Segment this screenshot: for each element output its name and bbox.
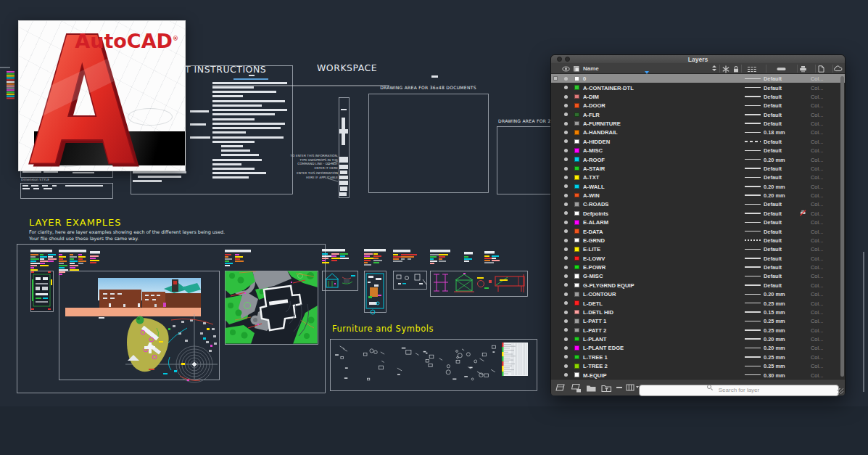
layer-row[interactable]: A-DIM Default Col... — [551, 92, 845, 101]
layer-plot-style[interactable]: Col... — [811, 229, 823, 235]
layer-lineweight[interactable]: Default — [764, 264, 782, 271]
layer-plot-style[interactable]: Col... — [811, 147, 823, 154]
layer-lineweight[interactable]: Default — [764, 120, 782, 127]
search-input[interactable] — [639, 385, 839, 396]
layer-color-swatch[interactable] — [574, 184, 579, 189]
name-column-label[interactable]: Name — [583, 65, 599, 72]
layer-row[interactable]: C-ROADS Default Col... — [551, 200, 845, 208]
layer-visibility-icon[interactable] — [564, 211, 568, 215]
layer-row[interactable]: A-CONTAINER-DTL Default Col... — [551, 83, 845, 91]
layer-plot-style[interactable]: Col... — [811, 210, 823, 217]
layer-lineweight[interactable]: 0.15 mm — [764, 309, 785, 316]
layer-row[interactable]: A-TXT Default Col... — [551, 173, 845, 181]
layer-row[interactable]: A-HANDRAIL 0.18 mm Col... — [551, 128, 845, 136]
layer-lineweight[interactable]: Default — [764, 174, 782, 181]
layer-linetype-sample[interactable] — [745, 177, 761, 179]
layer-plot-style[interactable]: Col... — [811, 354, 823, 361]
layer-lineweight[interactable]: Default — [764, 201, 782, 208]
layer-visibility-icon[interactable] — [564, 167, 568, 171]
layer-linetype-sample[interactable] — [745, 204, 761, 205]
layer-plot-style[interactable]: Col... — [811, 264, 823, 271]
layer-row[interactable]: G-MISC Default Col... — [551, 271, 845, 280]
layer-lineweight[interactable]: Default — [764, 229, 782, 235]
layer-color-swatch[interactable] — [574, 247, 579, 252]
layer-lineweight[interactable]: 0.25 mm — [764, 300, 785, 307]
layer-visibility-icon[interactable] — [564, 176, 568, 179]
layer-linetype-sample[interactable] — [745, 311, 761, 313]
layer-plot-style[interactable]: Col... — [811, 282, 823, 289]
layer-plot-style[interactable]: Col... — [811, 246, 823, 253]
layer-linetype-sample[interactable] — [745, 168, 761, 169]
layer-row[interactable]: E-POWR Default Col... — [551, 263, 845, 271]
layer-color-swatch[interactable] — [574, 283, 579, 288]
freeze-snowflake-icon[interactable] — [722, 65, 729, 73]
layer-row[interactable]: L-PLANT 0.20 mm Col... — [551, 335, 845, 343]
layer-row[interactable]: E-GRND Default Col... — [551, 236, 845, 245]
layer-lineweight[interactable]: Default — [764, 102, 782, 109]
layers-titlebar[interactable]: Layers — [551, 55, 845, 63]
layer-plot-style[interactable]: Col... — [811, 336, 823, 343]
layer-color-swatch[interactable] — [574, 175, 579, 180]
layer-plot-style[interactable]: Col... — [811, 300, 823, 307]
new-group-filter-icon[interactable] — [586, 383, 597, 393]
layer-row[interactable]: Defpoints Default Col... — [551, 209, 845, 218]
layer-plot-style[interactable]: Col... — [811, 345, 823, 351]
layer-color-swatch[interactable] — [574, 319, 579, 324]
sort-toggle-icon[interactable] — [712, 65, 716, 71]
layer-lineweight[interactable]: 0.20 mm — [764, 157, 785, 163]
layer-linetype-sample[interactable] — [745, 141, 761, 142]
layer-linetype-sample[interactable] — [745, 132, 761, 134]
layer-visibility-icon[interactable] — [564, 221, 568, 224]
layer-row[interactable]: L-PATT 2 0.25 mm Col... — [551, 326, 845, 335]
layer-color-swatch[interactable] — [574, 130, 579, 135]
delete-layer-icon[interactable] — [616, 387, 622, 388]
layer-color-swatch[interactable] — [574, 292, 579, 297]
layer-visibility-icon[interactable] — [564, 301, 568, 305]
layer-linetype-sample[interactable] — [745, 186, 761, 187]
layer-lineweight[interactable]: 0.20 mm — [764, 336, 785, 343]
layer-lineweight[interactable]: Default — [764, 139, 782, 145]
layer-row[interactable]: A-WALL 0.20 mm Col... — [551, 182, 845, 191]
layer-plot-style[interactable]: Col... — [811, 165, 823, 172]
layer-plot-style[interactable]: Col... — [811, 291, 823, 298]
layer-visibility-icon[interactable] — [564, 292, 568, 296]
layer-linetype-sample[interactable] — [745, 222, 761, 224]
layer-visibility-icon[interactable] — [564, 346, 568, 350]
layers-toolbar[interactable] — [551, 379, 845, 395]
layer-lineweight[interactable]: Default — [764, 273, 782, 279]
layer-visibility-icon[interactable] — [564, 319, 568, 323]
layer-row[interactable]: A-FURNITURE Default Col... — [551, 119, 845, 128]
layer-color-swatch[interactable] — [574, 85, 579, 90]
layer-color-swatch[interactable] — [574, 103, 579, 108]
layer-lineweight[interactable]: Default — [764, 112, 782, 118]
layer-plot-style[interactable]: Col... — [811, 363, 823, 369]
layer-lineweight[interactable]: Default — [764, 246, 782, 253]
layer-color-swatch[interactable] — [574, 372, 579, 377]
layer-plot-style[interactable]: Col... — [811, 75, 823, 82]
lock-icon[interactable] — [732, 65, 740, 73]
layer-color-swatch[interactable] — [574, 202, 579, 207]
layer-lineweight[interactable]: 0.20 mm — [764, 184, 785, 190]
layer-linetype-sample[interactable] — [745, 231, 761, 232]
layer-color-swatch[interactable] — [574, 337, 579, 342]
layer-row[interactable]: G-PLYGRND EQUIP Default Col... — [551, 281, 845, 290]
layer-lineweight[interactable]: Default — [764, 210, 782, 217]
layer-linetype-sample[interactable] — [745, 321, 761, 322]
layer-visibility-icon[interactable] — [564, 266, 568, 269]
layer-row[interactable]: 0 Default Col... — [551, 74, 845, 83]
layer-linetype-sample[interactable] — [745, 266, 761, 268]
layer-color-swatch[interactable] — [574, 157, 579, 162]
layer-plot-style[interactable]: Col... — [811, 273, 823, 279]
layer-linetype-sample[interactable] — [745, 194, 761, 196]
columns-menu-icon[interactable] — [626, 383, 635, 393]
layer-plot-style[interactable]: Col... — [811, 85, 823, 91]
layer-row[interactable]: E-LOWV Default Col... — [551, 254, 845, 263]
layer-row[interactable]: L-DETL 0.25 mm Col... — [551, 298, 845, 307]
layer-lineweight[interactable]: 0.25 mm — [764, 318, 785, 324]
layer-color-swatch[interactable] — [574, 310, 579, 315]
layer-lineweight[interactable]: 0.25 mm — [764, 354, 785, 361]
layer-color-swatch[interactable] — [574, 328, 579, 333]
layer-visibility-icon[interactable] — [564, 86, 568, 89]
layer-list[interactable]: 0 Default Col... A-CONTAINER-DTL Default… — [551, 74, 845, 380]
layer-linetype-sample[interactable] — [745, 249, 761, 250]
